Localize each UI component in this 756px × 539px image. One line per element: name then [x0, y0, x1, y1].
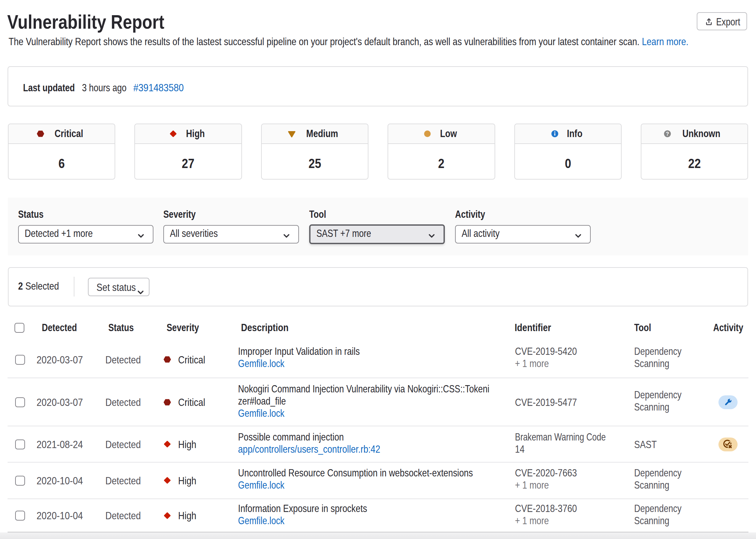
svg-text:?: ? — [666, 131, 669, 136]
